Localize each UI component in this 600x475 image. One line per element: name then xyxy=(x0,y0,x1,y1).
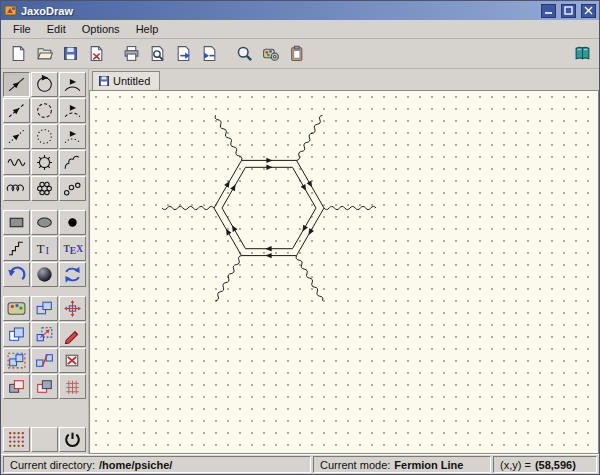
tool-text-button[interactable]: TI xyxy=(31,236,58,261)
fermion-line-icon xyxy=(6,75,27,94)
gluon-arc-icon xyxy=(62,179,83,198)
tool-gluon-loop-button[interactable] xyxy=(31,176,58,201)
status-directory: Current directory: /home/psiche/ xyxy=(3,456,311,473)
undo-icon xyxy=(6,265,27,284)
tool-refresh-button[interactable] xyxy=(59,262,86,287)
tool-grid-button[interactable] xyxy=(3,427,30,452)
refresh-icon xyxy=(62,265,83,284)
tool-foreground-button[interactable] xyxy=(3,374,30,399)
preferences-icon xyxy=(262,45,279,62)
toolbar xyxy=(1,39,599,69)
tool-preview-3d-button[interactable] xyxy=(31,262,58,287)
preview-button[interactable] xyxy=(145,42,169,66)
tool-ungroup-button[interactable] xyxy=(31,348,58,373)
menu-bar: FileEditOptionsHelp xyxy=(1,20,599,39)
move-icon xyxy=(62,299,83,318)
tool-undo-button[interactable] xyxy=(3,262,30,287)
tool-fermion-line-button[interactable] xyxy=(3,72,30,97)
menu-help[interactable]: Help xyxy=(128,21,167,37)
zoom-icon xyxy=(236,45,253,62)
tool-scalar-line-button[interactable] xyxy=(3,98,30,123)
gluon-loop-icon xyxy=(34,179,55,198)
tool-photon-arc-button[interactable] xyxy=(59,150,86,175)
paste-button[interactable] xyxy=(284,42,308,66)
foreground-icon xyxy=(6,377,27,396)
new-button[interactable] xyxy=(6,42,30,66)
scalar-line-icon xyxy=(6,101,27,120)
zigzag-icon xyxy=(6,239,27,258)
save-button[interactable] xyxy=(58,42,82,66)
gluon-line-icon xyxy=(6,179,27,198)
close-icon xyxy=(584,6,593,15)
color-icon xyxy=(6,299,27,318)
svg-text:T: T xyxy=(37,242,45,256)
mode-label: Current mode: xyxy=(320,459,390,471)
quit-icon xyxy=(62,430,83,449)
preview-3d-icon xyxy=(34,265,55,284)
tool-zigzag-button[interactable] xyxy=(3,236,30,261)
close-button[interactable] xyxy=(581,4,596,18)
tool-ghost-arc-button[interactable] xyxy=(59,124,86,149)
tool-delete-button[interactable] xyxy=(59,348,86,373)
tool-blob-button[interactable] xyxy=(31,210,58,235)
tool-group-particles xyxy=(3,72,86,201)
tool-box-button[interactable] xyxy=(3,210,30,235)
title-bar: JaxoDraw xyxy=(1,1,599,20)
print-button[interactable] xyxy=(119,42,143,66)
background-icon xyxy=(34,377,55,396)
open-button[interactable] xyxy=(32,42,56,66)
tool-fermion-loop-button[interactable] xyxy=(31,72,58,97)
tool-ghost-loop-button[interactable] xyxy=(31,124,58,149)
preview-icon xyxy=(149,45,166,62)
tool-copy-button[interactable] xyxy=(3,322,30,347)
tool-resize-button[interactable] xyxy=(31,322,58,347)
tool-group-edit xyxy=(3,296,86,399)
tool-palette: TITEX xyxy=(1,69,89,454)
tool-gluon-arc-button[interactable] xyxy=(59,176,86,201)
tool-spacer xyxy=(31,427,58,452)
tool-photon-line-button[interactable] xyxy=(3,150,30,175)
menu-file[interactable]: File xyxy=(5,21,39,37)
menu-edit[interactable]: Edit xyxy=(39,21,74,37)
tab-untitled[interactable]: Untitled xyxy=(92,71,160,90)
import-button[interactable] xyxy=(197,42,221,66)
svg-text:I: I xyxy=(46,245,50,256)
directory-value: /home/psiche/ xyxy=(99,459,172,471)
copy-icon xyxy=(6,325,27,344)
tool-group-bottom xyxy=(3,427,86,452)
tool-background-button[interactable] xyxy=(31,374,58,399)
tool-align-button[interactable] xyxy=(59,374,86,399)
tool-ghost-line-button[interactable] xyxy=(3,124,30,149)
tool-color-button[interactable] xyxy=(3,296,30,321)
photon-line-icon xyxy=(6,153,27,172)
close-button[interactable] xyxy=(84,42,108,66)
tool-scalar-arc-button[interactable] xyxy=(59,98,86,123)
import-icon xyxy=(201,45,218,62)
preferences-button[interactable] xyxy=(258,42,282,66)
jaxodraw-window: JaxoDraw FileEditOptionsHelp TITEX xyxy=(0,0,600,475)
tool-move-button[interactable] xyxy=(59,296,86,321)
grid-icon xyxy=(6,430,27,449)
tool-gluon-line-button[interactable] xyxy=(3,176,30,201)
document-icon xyxy=(99,76,109,86)
tool-scalar-loop-button[interactable] xyxy=(31,98,58,123)
tool-quit-button[interactable] xyxy=(59,427,86,452)
tool-photon-loop-button[interactable] xyxy=(31,150,58,175)
drawing-canvas[interactable] xyxy=(89,90,599,454)
tool-group-button[interactable] xyxy=(3,348,30,373)
menu-options[interactable]: Options xyxy=(74,21,128,37)
tool-latex-text-button[interactable]: TEX xyxy=(59,236,86,261)
ghost-loop-icon xyxy=(34,127,55,146)
minimize-button[interactable] xyxy=(541,4,556,18)
export-icon xyxy=(175,45,192,62)
zoom-button[interactable] xyxy=(232,42,256,66)
maximize-button[interactable] xyxy=(561,4,576,18)
tool-vertex-button[interactable] xyxy=(59,210,86,235)
tool-fermion-arc-button[interactable] xyxy=(59,72,86,97)
tool-edit-button[interactable] xyxy=(59,322,86,347)
tool-select-button[interactable] xyxy=(31,296,58,321)
help-manual-button[interactable] xyxy=(570,42,594,66)
photon-loop-icon xyxy=(34,153,55,172)
export-button[interactable] xyxy=(171,42,195,66)
delete-icon xyxy=(62,351,83,370)
